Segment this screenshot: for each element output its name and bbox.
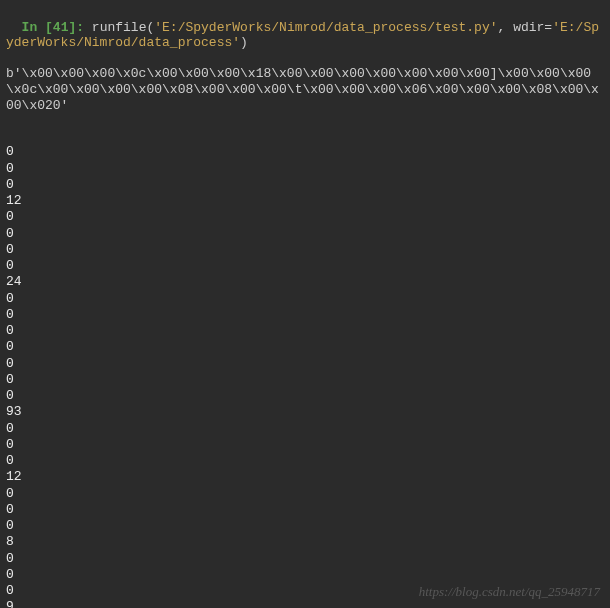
output-value: 24 — [6, 274, 604, 290]
numeric-output-list: 0001200002400000009300012000800090006000… — [6, 144, 604, 608]
output-value: 12 — [6, 469, 604, 485]
output-value: 0 — [6, 291, 604, 307]
output-value: 0 — [6, 551, 604, 567]
output-value: 0 — [6, 372, 604, 388]
console-output: In [41]: runfile('E:/SpyderWorks/Nimrod/… — [0, 0, 610, 608]
output-value: 0 — [6, 209, 604, 225]
code-arg-wdir-key: wdir — [513, 20, 544, 35]
output-value: 0 — [6, 421, 604, 437]
output-value: 0 — [6, 356, 604, 372]
prompt-in-label: In — [22, 20, 38, 35]
input-line: In [41]: runfile('E:/SpyderWorks/Nimrod/… — [6, 20, 599, 51]
output-value: 0 — [6, 486, 604, 502]
output-value: 0 — [6, 339, 604, 355]
code-arg-file: 'E:/SpyderWorks/Nimrod/data_process/test… — [154, 20, 497, 35]
output-value: 0 — [6, 437, 604, 453]
output-value: 0 — [6, 161, 604, 177]
output-value: 0 — [6, 567, 604, 583]
prompt-number: 41 — [53, 20, 69, 35]
code-function: runfile — [92, 20, 147, 35]
output-value: 12 — [6, 193, 604, 209]
output-value: 0 — [6, 388, 604, 404]
output-value: 93 — [6, 404, 604, 420]
output-value: 0 — [6, 453, 604, 469]
output-value: 0 — [6, 323, 604, 339]
output-value: 8 — [6, 534, 604, 550]
output-value: 0 — [6, 502, 604, 518]
output-value: 0 — [6, 226, 604, 242]
output-value: 0 — [6, 177, 604, 193]
bytes-literal-output: b'\x00\x00\x00\x0c\x00\x00\x00\x18\x00\x… — [6, 66, 604, 113]
output-value: 0 — [6, 518, 604, 534]
output-value: 0 — [6, 242, 604, 258]
output-value: 0 — [6, 258, 604, 274]
output-value: 9 — [6, 599, 604, 608]
watermark-text: https://blog.csdn.net/qq_25948717 — [419, 584, 600, 600]
output-value: 0 — [6, 307, 604, 323]
output-value: 0 — [6, 144, 604, 160]
